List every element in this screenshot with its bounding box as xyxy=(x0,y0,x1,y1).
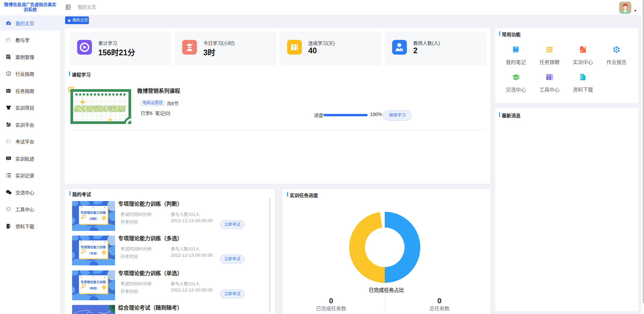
svg-text:（单选）: （单选） xyxy=(88,287,99,290)
svg-text:（多选）: （多选） xyxy=(88,252,99,255)
svg-text:微博营销系列课程: 微博营销系列课程 xyxy=(73,106,126,113)
svg-text:专项理论能力训练: 专项理论能力训练 xyxy=(80,211,106,214)
svg-text:（判断）: （判断） xyxy=(88,217,99,221)
svg-text:专项理论能力训练: 专项理论能力训练 xyxy=(80,245,106,249)
svg-text:专项理论能力训练: 专项理论能力训练 xyxy=(80,280,106,284)
